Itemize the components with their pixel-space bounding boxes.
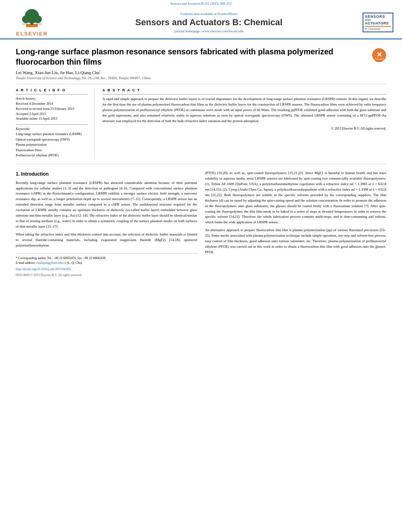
body-paragraph-4: An alternative approach to prepare fluor… (205, 228, 386, 255)
body-col-right: (PTFE) [19,20], as well as, spin-coated … (205, 171, 386, 278)
svg-point-3 (22, 15, 30, 23)
keyword-5: Perfluorooctyl ethylene (PFOE) (16, 153, 88, 158)
available-online-date: Available online 15 April 2015 (16, 116, 88, 121)
abstract-divider (102, 94, 386, 95)
article-divider (16, 84, 386, 84)
crossmark-logo[interactable]: ✕ CrossMark (372, 48, 386, 62)
keywords-section: Keywords: Long-range surface plasmon res… (16, 124, 88, 158)
body-paragraph-2: When taking the refractive index and fil… (16, 232, 197, 248)
page-wrapper: Sensors and Actuators B 215 (2015) 368–3… (0, 0, 402, 532)
info-divider (16, 94, 88, 95)
body-two-col: 1. Introduction Recently long-range surf… (16, 171, 386, 278)
and-text: AND (365, 19, 391, 21)
elsevier-logo: ELSEVIER (6, 8, 58, 37)
abstract-col: A B S T R A C T A rapid and simple appro… (102, 88, 386, 158)
journal-main-title: Sensors and Actuators B: Chemical (58, 17, 360, 28)
footnote-corresponding: * Corresponding author. Tel.: +86 22 606… (16, 256, 197, 261)
sensors-text: SENSORS (365, 15, 391, 19)
article-info-col: A R T I C L E I N F O Article history: R… (16, 88, 95, 158)
sensors-logo-box: SENSORS AND ACTUATORS B: Chemical (360, 13, 396, 32)
copyright-footer: 0925-4005/© 2015 Elsevier B.V. All right… (16, 273, 197, 278)
footnote-section: * Corresponding author. Tel.: +86 22 606… (16, 253, 197, 265)
article-title: Long-range surface plasmon resonance sen… (16, 46, 367, 67)
history-label: Article history: (16, 96, 88, 100)
received-revised-date: Received in revised form 25 February 201… (16, 106, 88, 111)
received-date: Received 4 December 2014 (16, 101, 88, 106)
abstract-text: A rapid and simple approach to prepare t… (102, 96, 386, 124)
accepted-date: Accepted 2 April 2015 (16, 111, 88, 117)
keyword-1: Long-range surface plasmon resonance (LR… (16, 132, 88, 137)
affiliation: Tianjin University of Science and Techno… (16, 76, 386, 80)
body-divider (16, 164, 386, 164)
contents-available: Contents lists available at ScienceDirec… (58, 12, 360, 16)
footnote-email: E-mail address: chuliqiang@tust.edu.cn (… (16, 261, 197, 265)
abstract-label: A B S T R A C T (102, 88, 386, 92)
authors-line: Lei Wang, Xiao-Jun Liu, Jie Hao, Li-Qian… (16, 70, 386, 75)
main-content: Long-range surface plasmon resonance sen… (0, 39, 402, 285)
actuators-text: ACTUATORS (365, 21, 391, 25)
header-row: ELSEVIER Contents lists available at Sci… (0, 7, 402, 38)
article-title-row: Long-range surface plasmon resonance sen… (16, 46, 386, 67)
elsevier-wordmark: ELSEVIER (16, 31, 48, 37)
keyword-4: Fluorocarbon films (16, 148, 88, 153)
journal-homepage-url[interactable]: www.elsevier.com/locate/snb (202, 29, 243, 33)
doi-line[interactable]: http://dx.doi.org/10.1016/j.snb.2015.04.… (16, 267, 197, 272)
body-col-left: 1. Introduction Recently long-range surf… (16, 171, 197, 278)
journal-header: Sensors and Actuators B 215 (2015) 368–3… (0, 0, 402, 39)
journal-title-center: Contents lists available at ScienceDirec… (58, 12, 360, 33)
sciencedirect-link[interactable]: ScienceDirect (218, 12, 237, 16)
svg-point-4 (34, 15, 42, 23)
journal-ref-text: Sensors and Actuators B 215 (2015) 368–3… (171, 2, 232, 6)
svg-text:CrossMark: CrossMark (374, 58, 384, 60)
abstract-copyright: © 2015 Elsevier B.V. All rights reserved… (102, 126, 386, 130)
journal-homepage: journal homepage: www.elsevier.com/locat… (58, 29, 360, 33)
keywords-label: Keywords: (16, 127, 88, 131)
svg-text:✕: ✕ (376, 51, 382, 59)
body-paragraph-1: Recently long-range surface plasmon reso… (16, 180, 197, 230)
section-1-heading: 1. Introduction (16, 171, 197, 178)
elsevier-tree-icon (18, 8, 46, 30)
footnote-email-link[interactable]: chuliqiang@tust.edu.cn (36, 261, 66, 265)
body-paragraph-3: (PTFE) [19,20], as well as, spin-coated … (205, 171, 386, 225)
sensors-logo-inner: SENSORS AND ACTUATORS B: Chemical (363, 13, 393, 32)
crossmark-icon: ✕ CrossMark (372, 48, 386, 62)
keyword-2: Optical waveguide spectroscopy (OWS) (16, 137, 88, 143)
keywords-divider (16, 124, 88, 125)
two-col-section: A R T I C L E I N F O Article history: R… (16, 88, 386, 158)
journal-ref-line: Sensors and Actuators B 215 (2015) 368–3… (0, 2, 402, 6)
article-info-label: A R T I C L E I N F O (16, 88, 88, 92)
keyword-3: Plasma polymerization (16, 142, 88, 148)
authors-text: Lei Wang, Xiao-Jun Liu, Jie Hao, Li-Qian… (16, 70, 100, 75)
